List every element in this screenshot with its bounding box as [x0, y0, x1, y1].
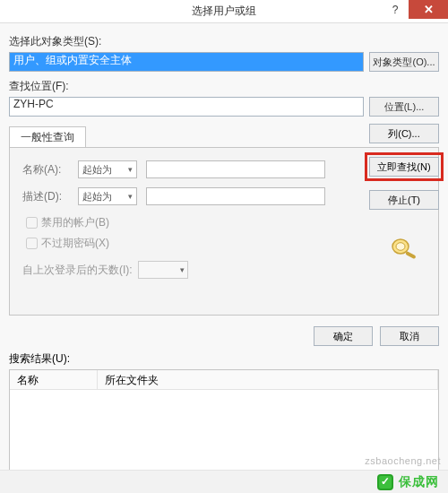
columns-button[interactable]: 列(C)...	[369, 124, 439, 143]
last-login-label: 自上次登录后的天数(I):	[22, 263, 133, 278]
cancel-button[interactable]: 取消	[380, 326, 439, 346]
col-name[interactable]: 名称	[10, 370, 98, 389]
right-button-column: 列(C)... 立即查找(N) 停止(T)	[369, 124, 439, 260]
find-now-highlight: 立即查找(N)	[365, 152, 444, 181]
watermark: zsbaocheng.net	[365, 455, 441, 466]
chevron-down-icon: ▾	[128, 165, 133, 174]
name-match-select[interactable]: 起始为▾	[78, 160, 137, 178]
object-types-button[interactable]: 对象类型(O)...	[369, 52, 439, 72]
help-button[interactable]: ?	[382, 0, 409, 19]
location-field[interactable]: ZYH-PC	[9, 97, 364, 117]
brand-icon	[377, 474, 393, 490]
window-buttons: ? ✕	[382, 0, 448, 19]
svg-rect-2	[405, 251, 416, 259]
find-now-button[interactable]: 立即查找(N)	[369, 157, 439, 177]
object-type-field[interactable]: 用户、组或内置安全主体	[9, 52, 364, 72]
tab-general-query[interactable]: 一般性查询	[9, 126, 86, 148]
brand-text: 保成网	[399, 474, 439, 490]
name-label: 名称(A):	[22, 162, 78, 177]
chevron-down-icon: ▾	[180, 265, 185, 274]
nonexpiring-pwd-checkbox[interactable]	[26, 238, 38, 249]
svg-point-1	[396, 243, 405, 251]
results-label: 搜索结果(U):	[9, 351, 448, 367]
brand-bar: 保成网	[0, 470, 448, 493]
ok-button[interactable]: 确定	[314, 326, 373, 346]
name-input[interactable]	[146, 160, 325, 178]
nonexpiring-pwd-label: 不过期密码(X)	[41, 236, 109, 251]
dialog-buttons: 确定 取消	[0, 326, 439, 346]
disabled-accounts-checkbox[interactable]	[26, 217, 38, 229]
dialog-title: 选择用户或组	[192, 4, 256, 19]
desc-input[interactable]	[146, 187, 325, 205]
desc-match-select[interactable]: 起始为▾	[78, 187, 137, 205]
last-login-select[interactable]: ▾	[138, 261, 188, 279]
desc-label: 描述(D):	[22, 189, 78, 204]
col-folder[interactable]: 所在文件夹	[98, 370, 438, 389]
close-button[interactable]: ✕	[409, 0, 448, 19]
disabled-accounts-label: 禁用的帐户(B)	[41, 215, 109, 230]
chevron-down-icon: ▾	[128, 192, 133, 201]
locations-button[interactable]: 位置(L)...	[369, 97, 439, 117]
title-bar: 选择用户或组 ? ✕	[0, 0, 448, 23]
stop-button[interactable]: 停止(T)	[369, 190, 439, 210]
results-header: 名称 所在文件夹	[10, 370, 438, 390]
object-type-label: 选择此对象类型(S):	[9, 34, 439, 49]
search-icon	[388, 237, 420, 260]
location-label: 查找位置(F):	[9, 79, 439, 94]
